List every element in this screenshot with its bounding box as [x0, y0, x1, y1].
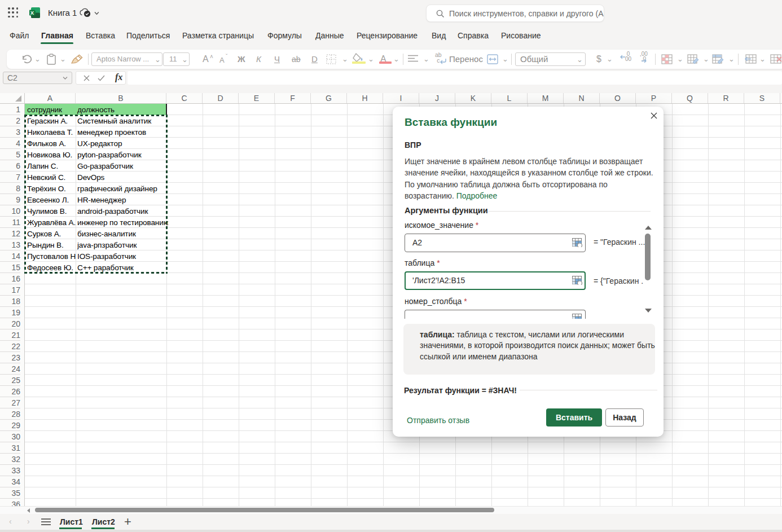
svg-text:X: X	[30, 10, 34, 16]
